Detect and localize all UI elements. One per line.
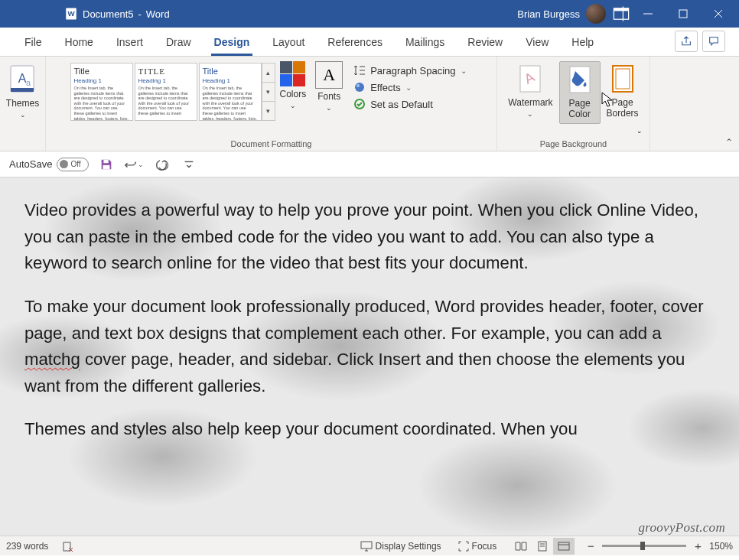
zoom-in-button[interactable]: + [692, 539, 703, 552]
effects-button[interactable]: Effects ⌄ [353, 81, 466, 93]
autosave-toggle[interactable]: AutoSave Off [9, 158, 89, 171]
style-thumb-1[interactable]: TitleHeading 1On the Insert tab, the gal… [70, 63, 133, 121]
svg-rect-21 [104, 159, 109, 163]
tab-draw[interactable]: Draw [155, 30, 202, 56]
tab-file[interactable]: File [14, 30, 53, 56]
collapse-ribbon-icon[interactable]: ⌃ [725, 137, 733, 148]
avatar [586, 4, 606, 24]
tab-help[interactable]: Help [561, 30, 604, 56]
svg-text:a: a [25, 78, 31, 87]
style-thumb-2[interactable]: TITLEHeading 1On the Insert tab, the gal… [135, 63, 197, 121]
style-gallery[interactable]: TitleHeading 1On the Insert tab, the gal… [70, 60, 262, 121]
style-thumb-3[interactable]: TitleHeading 1On the Insert tab, the gal… [199, 63, 262, 121]
ribbon: Aa Themes⌄ TitleHeading 1On the Insert t… [0, 57, 739, 151]
word-count[interactable]: 239 words [6, 541, 48, 552]
gallery-up-icon[interactable]: ▴ [262, 63, 275, 83]
spelling-error[interactable]: matchg [24, 350, 80, 369]
customize-qa-icon[interactable] [179, 155, 199, 174]
undo-button[interactable]: ⌄ [124, 155, 144, 174]
minimize-button[interactable] [630, 0, 666, 28]
proofing-icon[interactable] [59, 539, 77, 554]
gallery-controls[interactable]: ▴▾▾ [262, 63, 275, 121]
page-color-button[interactable]: Page Color⌄ [559, 61, 601, 124]
title-bar: W Document5 - Word Brian Burgess [0, 0, 739, 28]
word-icon: W [64, 7, 78, 21]
gallery-more-icon[interactable]: ▾ [262, 102, 275, 120]
svg-rect-26 [361, 542, 372, 549]
svg-text:W: W [67, 9, 75, 18]
zoom-control[interactable]: − + 150% [585, 539, 733, 552]
watermark-button[interactable]: A Watermark⌄ [503, 61, 557, 124]
ribbon-display-icon[interactable] [612, 5, 630, 23]
redo-button[interactable] [151, 155, 171, 174]
user-account[interactable]: Brian Burgess [517, 4, 606, 24]
web-layout-button[interactable] [553, 538, 575, 555]
document-area[interactable]: Video provides a powerful way to help yo… [0, 177, 739, 536]
colors-button[interactable]: Colors⌄ [275, 60, 311, 121]
tab-view[interactable]: View [515, 30, 559, 56]
svg-point-13 [355, 83, 364, 92]
themes-button[interactable]: Aa Themes⌄ [0, 60, 45, 123]
share-button[interactable] [675, 31, 698, 52]
status-bar: 239 words Display Settings Focus − + 150… [0, 536, 739, 555]
tab-mailings[interactable]: Mailings [395, 30, 455, 56]
quick-access-bar: AutoSave Off ⌄ [0, 151, 739, 177]
svg-rect-4 [614, 8, 628, 11]
tab-design[interactable]: Design [203, 30, 261, 56]
tab-review[interactable]: Review [457, 30, 513, 56]
zoom-level[interactable]: 150% [709, 541, 733, 552]
svg-point-14 [356, 84, 360, 87]
save-button[interactable] [96, 155, 116, 174]
page-borders-button[interactable]: Page Borders [602, 61, 643, 124]
tab-layout[interactable]: Layout [262, 30, 315, 56]
focus-button[interactable]: Focus [455, 539, 500, 553]
tab-references[interactable]: References [317, 30, 393, 56]
close-button[interactable] [701, 0, 736, 28]
display-settings-button[interactable]: Display Settings [357, 539, 444, 553]
print-layout-button[interactable] [532, 538, 553, 555]
read-mode-button[interactable] [510, 538, 532, 555]
gallery-down-icon[interactable]: ▾ [262, 83, 275, 102]
group-label-pagebg: Page Background [497, 139, 649, 148]
ribbon-tabs: File Home Insert Draw Design Layout Refe… [0, 28, 739, 57]
tab-home[interactable]: Home [54, 30, 104, 56]
doc-paragraph: To make your document look professionall… [24, 294, 715, 400]
zoom-out-button[interactable]: − [585, 539, 596, 552]
document-title: W Document5 - Word [64, 7, 170, 21]
svg-rect-25 [63, 542, 70, 551]
doc-paragraph: Video provides a powerful way to help yo… [24, 197, 715, 277]
watermark-text: groovyPost.com [638, 520, 725, 536]
svg-rect-12 [11, 88, 34, 92]
svg-rect-30 [558, 542, 569, 550]
svg-rect-22 [103, 164, 110, 168]
paragraph-spacing-button[interactable]: Paragraph Spacing ⌄ [353, 64, 466, 77]
maximize-button[interactable] [666, 0, 701, 28]
svg-rect-6 [679, 10, 687, 18]
comments-button[interactable] [702, 31, 725, 52]
doc-paragraph: Themes and styles also help keep your do… [24, 416, 715, 443]
group-label-formatting: Document Formatting [46, 139, 496, 148]
set-default-button[interactable]: Set as Default [353, 98, 466, 110]
tab-insert[interactable]: Insert [106, 30, 154, 56]
fonts-button[interactable]: A Fonts⌄ [311, 60, 347, 121]
zoom-slider[interactable] [602, 545, 686, 547]
